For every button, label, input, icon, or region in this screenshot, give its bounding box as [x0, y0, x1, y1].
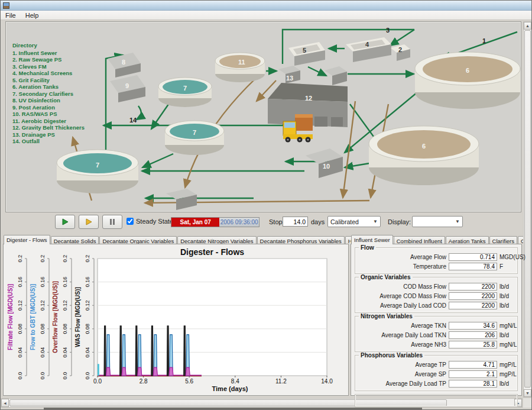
group-nitrogen-variables: Nitrogen VariablesAverage TKN34.6mgN/LAv…	[355, 316, 518, 352]
menu-help[interactable]: Help	[21, 11, 44, 20]
secondary-clarifier-top[interactable]: 7	[158, 78, 212, 107]
result-row: Average TP4.71mgP/L	[359, 360, 514, 369]
result-row: Average SP2.1mgP/L	[359, 370, 514, 379]
result-label: COD Mass Flow	[359, 283, 449, 290]
result-row: Average NH325.8mgN/L	[359, 340, 514, 349]
svg-text:0.12: 0.12	[62, 300, 68, 311]
scenario-select[interactable]: Calibrated ▼	[327, 216, 381, 227]
svg-text:0.2: 0.2	[40, 255, 46, 263]
stop-label: Stop	[269, 218, 283, 225]
results-panel: FlowAverage Flow0.714MGD(US)Temperature7…	[351, 244, 522, 396]
tab-combined-influent[interactable]: Combined Influent	[394, 236, 445, 244]
svg-text:0.0: 0.0	[17, 372, 23, 380]
result-value-field[interactable]: 28.1	[449, 380, 497, 388]
tab-decantate-nitrogen-variables[interactable]: Decantate Nitrogen Variables	[177, 236, 256, 244]
result-value-field[interactable]: 2200	[449, 283, 497, 290]
result-value-field[interactable]: 2200	[449, 292, 497, 300]
scrollbar-corner	[523, 398, 532, 408]
vertical-scroll-thumb[interactable]	[524, 30, 531, 388]
stop-time-input[interactable]	[283, 217, 308, 227]
app-icon	[3, 2, 9, 9]
secondary-clarifier-mid[interactable]: 7	[165, 121, 224, 155]
ras-was-ps-unit[interactable]: 10	[306, 148, 343, 178]
run-button[interactable]	[55, 215, 75, 229]
tab-decantate-organic-variables[interactable]: Decantate Organic Variables	[99, 236, 177, 244]
directory-item: 5. Grit Facility	[12, 77, 85, 84]
post-aeration-unit[interactable]: 9	[110, 75, 145, 102]
result-value-field[interactable]: 2200	[449, 302, 497, 309]
result-label: Average Flow	[359, 254, 449, 260]
directory-item: 2. Raw Sewage PS	[12, 56, 85, 63]
label-cleves-fm: 3	[386, 27, 390, 34]
svg-text:11: 11	[238, 59, 245, 66]
scroll-down-arrow-icon[interactable]: ▼	[524, 389, 531, 397]
result-row: COD Mass Flow2200lb/d	[359, 282, 514, 291]
chart-panel: Digester - Flows0.02.85.68.411.214.0Time…	[3, 244, 349, 396]
display-select[interactable]: ▼	[412, 216, 463, 227]
tab-influent-sewer[interactable]: Influent Sewer	[351, 235, 393, 244]
svg-text:0.08: 0.08	[62, 324, 68, 334]
result-unit: lb/d	[497, 293, 509, 299]
label-influent-sewer: 1	[482, 37, 486, 44]
menu-file[interactable]: File	[1, 11, 21, 20]
vertical-scrollbar[interactable]: ▲ ▼	[523, 21, 532, 398]
desktop-strip	[44, 408, 422, 410]
result-value-field[interactable]: 0.714	[449, 253, 497, 261]
tab-decantate-solids[interactable]: Decantate Solids	[51, 236, 99, 244]
drainage-ps-unit[interactable]: 13	[278, 66, 300, 83]
aerobic-digester-tank[interactable]: 11	[215, 53, 265, 82]
svg-text:2: 2	[398, 46, 402, 53]
steady-state-label: Steady State	[136, 218, 173, 225]
result-value-field[interactable]: 34.6	[449, 322, 497, 330]
svg-text:7: 7	[183, 85, 187, 92]
steady-state-checkbox[interactable]	[126, 218, 134, 225]
svg-text:0.2: 0.2	[85, 255, 90, 263]
svg-text:13: 13	[286, 75, 293, 82]
result-row: Average Daily Load COD2200lb/d	[359, 301, 514, 310]
tab-aeration-tanks[interactable]: Aeration Tanks	[446, 236, 489, 244]
directory-item: 12. Gravity Belt Thickeners	[12, 124, 85, 131]
aeration-tank-top-right[interactable]: 6	[415, 52, 520, 109]
fast-forward-button[interactable]	[79, 215, 99, 229]
result-value-field[interactable]: 78.4	[449, 263, 497, 270]
simulation-clock: Sat, Jan 07 2006 09:36:00	[171, 217, 259, 227]
secondary-clarifier-bottom-left[interactable]: 7	[57, 150, 138, 193]
mechanical-screens-unit[interactable]: 4	[346, 37, 391, 62]
uv-disinfection-unit[interactable]: 8	[108, 53, 141, 78]
tab-digester-flows[interactable]: Digester - Flows	[4, 235, 50, 244]
aeration-tank-bottom-right[interactable]: 6	[369, 126, 479, 185]
group-title: Flow	[359, 244, 376, 251]
pause-button[interactable]	[102, 215, 122, 229]
raw-sewage-ps-unit[interactable]: 2	[391, 44, 410, 61]
tab-clarifiers[interactable]: Clarifiers	[489, 236, 517, 244]
digester-flows-chart: Digester - Flows0.02.85.68.411.214.0Time…	[5, 246, 347, 395]
svg-text:7: 7	[193, 129, 196, 136]
group-phosphorus-variables: Phosphorus VariablesAverage TP4.71mgP/LA…	[355, 355, 518, 391]
result-unit: mgN/L	[497, 341, 517, 348]
result-value-field[interactable]: 206	[449, 331, 497, 339]
directory-item: 3. Cleves FM	[12, 63, 85, 70]
grit-facility-unit[interactable]: 5	[288, 42, 325, 66]
result-label: Average TP	[359, 361, 449, 368]
svg-text:0.08: 0.08	[40, 324, 46, 334]
scroll-left-arrow-icon[interactable]: ◄	[1, 399, 9, 407]
svg-text:0.12: 0.12	[40, 300, 46, 311]
pump-station-box[interactable]	[325, 66, 347, 85]
outfall-box[interactable]	[166, 189, 197, 210]
scroll-up-arrow-icon[interactable]: ▲	[524, 22, 531, 30]
chevron-down-icon: ▼	[373, 219, 378, 224]
svg-text:Flow to GBT [MGD(US)]: Flow to GBT [MGD(US)]	[30, 284, 36, 350]
result-value-field[interactable]: 25.8	[449, 341, 497, 348]
svg-text:0.0: 0.0	[93, 378, 102, 385]
group-title: Nitrogen Variables	[359, 313, 414, 319]
tab-decantate-phosphorus-variables[interactable]: Decantate Phosphorus Variables	[257, 236, 345, 244]
svg-text:10: 10	[323, 163, 330, 170]
pause-icon	[109, 218, 116, 225]
stop-unit-label: days	[311, 218, 325, 225]
chevron-down-icon: ▼	[455, 219, 460, 224]
result-value-field[interactable]: 4.71	[449, 361, 497, 369]
svg-text:0.16: 0.16	[17, 277, 23, 288]
title-bar	[1, 1, 531, 11]
svg-text:0.16: 0.16	[85, 277, 90, 288]
result-value-field[interactable]: 2.1	[449, 370, 497, 378]
